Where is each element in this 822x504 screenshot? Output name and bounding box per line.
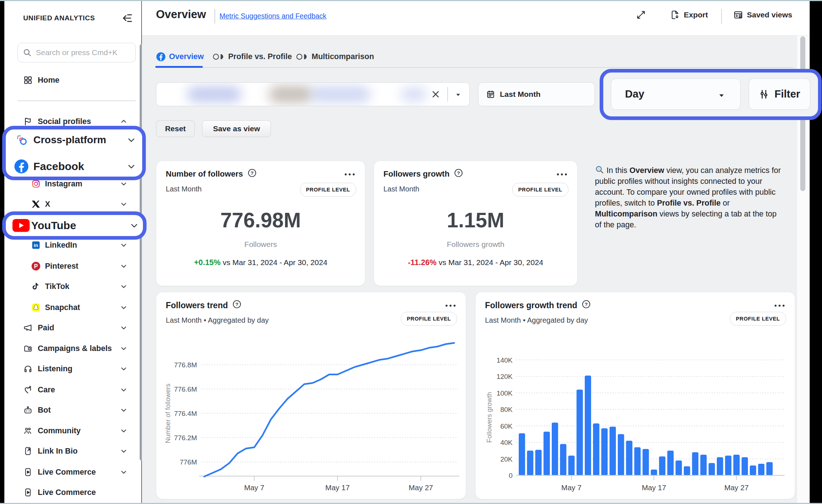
live-commerce-icon	[23, 467, 33, 477]
svg-text:?: ?	[251, 170, 254, 176]
filter-button[interactable]: Filter	[749, 78, 810, 110]
chevron-up-icon	[120, 117, 128, 125]
chevron-down-icon	[126, 135, 136, 145]
facebook-icon	[156, 52, 166, 62]
app-title: UNIFIED ANALYTICS	[23, 14, 95, 22]
svg-text:Followers growth: Followers growth	[485, 392, 493, 443]
svg-text:in: in	[34, 243, 38, 248]
page-header: Overview Metric Suggestions and Feedback…	[142, 1, 810, 36]
sidebar-item-cross-platform-highlighted[interactable]: Cross-platform	[4, 131, 142, 149]
x-logo-icon	[31, 199, 41, 209]
linkedin-icon: in	[31, 240, 41, 250]
svg-text:776.8M: 776.8M	[174, 361, 197, 369]
magnifier-icon	[595, 165, 604, 174]
community-icon	[23, 426, 33, 435]
followers-growth-trend-card: Followers growth trend? Last Month • Agg…	[475, 292, 795, 499]
followers-growth-trend-chart: 020K40K60K80K100K120K140KMay 7May 17May …	[476, 292, 795, 499]
svg-text:80K: 80K	[500, 406, 513, 413]
card-menu-button[interactable]	[556, 171, 568, 178]
growth-value-label: Followers growth	[374, 240, 577, 249]
sidebar-item-label: Cross-platform	[33, 134, 106, 146]
chevron-down-icon	[717, 91, 726, 100]
compare-icon	[296, 52, 308, 62]
aggregation-dropdown[interactable]: Day	[611, 78, 741, 110]
chevron-down-icon	[120, 386, 128, 394]
svg-text:May 7: May 7	[244, 483, 264, 492]
search-input[interactable]	[35, 48, 127, 57]
compare-icon	[212, 52, 225, 62]
tab-bar-border	[156, 67, 794, 68]
sidebar-item-x[interactable]: X	[4, 196, 139, 212]
sidebar-item-listening[interactable]: Listening	[4, 360, 139, 377]
sidebar-item-label: Live Commerce	[38, 468, 96, 477]
tab-overview[interactable]: Overview	[156, 52, 204, 62]
sidebar-item-snapchat[interactable]: Snapchat	[4, 299, 139, 316]
card-period: Last Month	[166, 185, 202, 193]
sidebar-item-community[interactable]: Community	[4, 422, 139, 439]
svg-text:May 7: May 7	[561, 483, 581, 492]
followers-value-label: Followers	[156, 240, 365, 249]
aggregation-value: Day	[625, 88, 644, 100]
svg-text:140K: 140K	[497, 356, 513, 364]
title-separator	[214, 9, 215, 24]
help-icon[interactable]: ?	[247, 168, 257, 180]
sidebar-collapse-button[interactable]	[121, 12, 133, 24]
sidebar-item-label: TikTok	[45, 282, 69, 291]
tab-label: Overview	[169, 52, 204, 61]
export-label: Export	[684, 11, 708, 19]
sidebar-item-youtube-highlighted[interactable]: YouTube	[4, 217, 142, 234]
overview-info-text: In this Overview view, you can analyze m…	[595, 165, 782, 230]
search-box[interactable]	[17, 43, 136, 62]
collapse-sidebar-icon	[121, 12, 133, 24]
compare-range: vs Mar 31, 2024 - Apr 30, 2024	[439, 258, 543, 267]
followers-trend-chart: 776.8M776.6M776.4M776.2M776MMay 7May 17M…	[156, 292, 466, 499]
svg-text:P: P	[34, 263, 38, 269]
sidebar-item-paid[interactable]: Paid	[4, 319, 139, 336]
sidebar-item-bot[interactable]: Bot	[4, 402, 139, 418]
app-window: UNIFIED ANALYTICS Home Social profiles I…	[0, 0, 822, 504]
reset-button[interactable]: Reset	[156, 120, 195, 137]
sidebar-item-label: YouTube	[31, 219, 76, 232]
metric-suggestions-link[interactable]: Metric Suggestions and Feedback	[219, 12, 326, 20]
sidebar-item-tiktok[interactable]: TikTok	[4, 278, 139, 295]
svg-text:776M: 776M	[180, 458, 197, 466]
followers-value: 776.98M	[156, 208, 365, 232]
help-icon[interactable]: ?	[454, 168, 463, 180]
sidebar-item-home[interactable]: Home	[4, 72, 139, 88]
svg-text:May 27: May 27	[724, 483, 749, 492]
tab-profile-vs-profile[interactable]: Profile vs. Profile	[212, 52, 292, 62]
instagram-icon	[31, 179, 41, 189]
svg-text:20K: 20K	[500, 455, 513, 463]
sidebar-item-campaigns-labels[interactable]: Campaigns & labels	[4, 340, 139, 357]
svg-text:120K: 120K	[497, 373, 513, 380]
svg-text:May 17: May 17	[325, 483, 350, 492]
card-period: Last Month	[383, 185, 419, 193]
saved-views-button[interactable]: Saved views	[733, 10, 792, 20]
card-menu-button[interactable]	[344, 171, 355, 178]
sidebar-item-link-in-bio[interactable]: Link In Bio	[4, 443, 139, 459]
svg-text:May 27: May 27	[408, 483, 433, 492]
filter-label: Filter	[774, 88, 800, 100]
sidebar-item-label: LinkedIn	[45, 241, 77, 250]
chevron-down-icon	[120, 427, 128, 435]
svg-text:100K: 100K	[497, 389, 513, 397]
chevron-down-icon	[129, 220, 139, 231]
save-as-view-button[interactable]: Save as view	[202, 120, 271, 137]
snapchat-icon	[31, 303, 41, 312]
sidebar-item-care[interactable]: Care	[4, 381, 139, 398]
date-range-selector[interactable]: Last Month	[478, 82, 595, 106]
profile-selector[interactable]	[156, 82, 470, 106]
blurred-profile-chip	[311, 86, 370, 102]
selector-dropdown-caret[interactable]	[454, 91, 462, 100]
export-button[interactable]: Export	[670, 10, 708, 20]
link-in-bio-icon	[23, 446, 33, 456]
sidebar-item-live-commerce[interactable]: Live Commerce	[4, 484, 139, 501]
sidebar-item-label: Community	[38, 426, 81, 435]
clear-selection-button[interactable]	[430, 88, 441, 100]
expand-view-button[interactable]	[636, 10, 646, 20]
sidebar-item-live-commerce[interactable]: Live Commerce	[4, 464, 139, 480]
svg-text:776.4M: 776.4M	[174, 410, 197, 417]
sidebar-item-facebook-highlighted[interactable]: Facebook	[4, 158, 142, 175]
tab-multicomparison[interactable]: Multicomparison	[296, 52, 374, 62]
sidebar-item-pinterest[interactable]: P Pinterest	[4, 258, 139, 274]
